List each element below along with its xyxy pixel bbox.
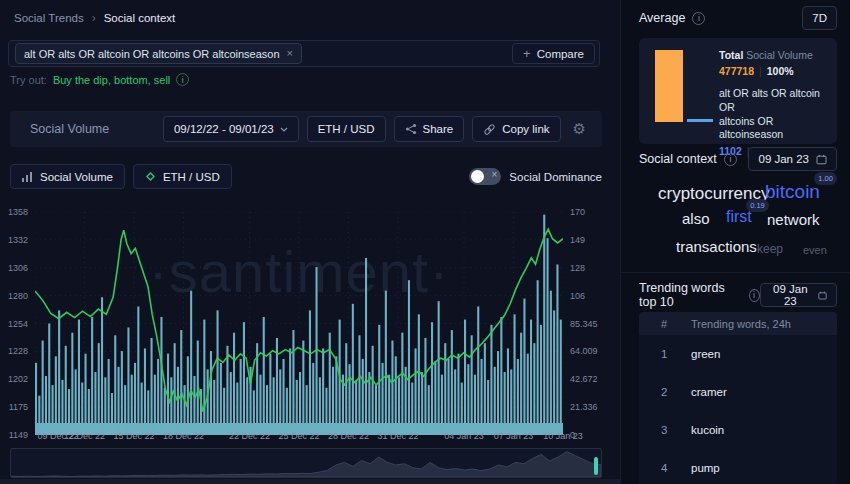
- cloud-word-also[interactable]: also: [682, 210, 710, 227]
- date-range-button[interactable]: 09/12/22 - 09/01/23: [163, 116, 299, 142]
- social-dominance-toggle-group: × Social Dominance: [469, 168, 602, 185]
- tab-eth-usd-label: ETH / USD: [163, 171, 220, 183]
- word-score-badge: 1.00: [814, 172, 837, 185]
- trending-word-row[interactable]: 4pump: [639, 449, 837, 484]
- left-axis-tick: 1202: [0, 374, 28, 384]
- right-axis-tick: 149: [570, 235, 614, 245]
- asset-button[interactable]: ETH / USD: [307, 116, 386, 142]
- x-axis-label: 31 Dec 22: [377, 431, 418, 441]
- right-axis-tick: 85.345: [570, 319, 614, 329]
- query-chip-text: alt OR alts OR altcoin OR altcoins OR al…: [24, 48, 280, 60]
- tab-social-volume[interactable]: Social Volume: [10, 164, 125, 189]
- copy-link-label: Copy link: [502, 123, 549, 135]
- eth-asset-icon: [145, 171, 156, 182]
- trending-date-value: 09 Jan 23: [770, 283, 811, 307]
- breadcrumb-social-trends[interactable]: Social Trends: [14, 12, 84, 24]
- trending-word-row[interactable]: 2cramer: [639, 373, 837, 411]
- trending-table-header: # Trending words, 24h: [639, 312, 837, 335]
- tab-eth-usd[interactable]: ETH / USD: [133, 164, 232, 189]
- chart-area: ·santiment· 1358133213061280125412281202…: [0, 200, 610, 448]
- copy-link-button[interactable]: Copy link: [472, 116, 560, 142]
- trending-rank: 4: [639, 462, 673, 474]
- left-axis-tick: 1280: [0, 291, 28, 301]
- navigator-handle[interactable]: [594, 457, 598, 475]
- search-input[interactable]: alt OR alts OR altcoin OR altcoins OR al…: [8, 40, 600, 67]
- widget-title: Social Volume: [30, 122, 109, 136]
- period-7d-button[interactable]: 7D: [802, 6, 837, 30]
- try-out-link[interactable]: Buy the dip, bottom, sell: [53, 74, 170, 86]
- average-card: Total Social Volume 477718|100% alt OR a…: [639, 38, 837, 144]
- social-dominance-toggle[interactable]: ×: [469, 168, 501, 185]
- widget-header: Social Volume 09/12/22 - 09/01/23 ETH / …: [10, 111, 602, 147]
- cloud-word-keep[interactable]: keep: [757, 242, 783, 256]
- main-column: Social Trends › Social context alt OR al…: [0, 0, 620, 484]
- right-panel: Average i 7D Total Social Volume 477718|…: [620, 0, 850, 484]
- left-axis-tick: 1254: [0, 319, 28, 329]
- words-column-header: Trending words, 24h: [673, 318, 837, 330]
- average-title: Average: [639, 11, 685, 25]
- main-chart[interactable]: [35, 212, 563, 435]
- total-volume-bar: [655, 50, 683, 122]
- social-context-header: Social context i 09 Jan 23: [621, 146, 850, 172]
- asset-label: ETH / USD: [318, 123, 375, 135]
- trending-info-icon[interactable]: i: [749, 289, 760, 302]
- trending-rank: 3: [639, 424, 673, 436]
- compare-label: Compare: [537, 48, 584, 60]
- chevron-down-icon: [280, 127, 288, 132]
- gear-icon[interactable]: ⚙: [569, 120, 590, 138]
- cloud-word-network[interactable]: network: [767, 211, 820, 228]
- chart-navigator[interactable]: [10, 448, 602, 478]
- left-axis-tick: 1149: [0, 430, 28, 440]
- trending-word: pump: [673, 462, 837, 474]
- left-axis-tick: 1358: [0, 207, 28, 217]
- average-header: Average i 7D: [621, 5, 850, 31]
- query-text-line2: altcoins OR altcoinseason: [719, 115, 827, 142]
- info-icon[interactable]: i: [176, 73, 189, 86]
- word-score-badge: 0.19: [746, 199, 769, 212]
- compare-button[interactable]: + Compare: [512, 43, 595, 64]
- trending-word-row[interactable]: 1green: [639, 335, 837, 373]
- right-axis-tick: 21.336: [570, 402, 614, 412]
- breadcrumb-social-context: Social context: [104, 12, 176, 24]
- average-info-icon[interactable]: i: [692, 12, 705, 25]
- context-date-button[interactable]: 09 Jan 23: [748, 147, 837, 171]
- breadcrumb: Social Trends › Social context: [14, 11, 175, 25]
- value-separator: |: [754, 65, 767, 77]
- metric-tabs: Social Volume ETH / USD × Social Dominan…: [10, 164, 602, 189]
- breadcrumb-chevron-icon: ›: [92, 11, 96, 25]
- cloud-word-transactions[interactable]: transactions: [676, 238, 757, 255]
- cloud-word-even[interactable]: even: [803, 244, 827, 256]
- trending-rank: 1: [639, 348, 673, 360]
- trending-date-button[interactable]: 09 Jan 23: [760, 283, 837, 307]
- cloud-word-bitcoin[interactable]: bitcoin1.00: [765, 181, 820, 203]
- right-axis-tick: 42.672: [570, 374, 614, 384]
- date-range-value: 09/12/22 - 09/01/23: [174, 123, 274, 135]
- left-axis-tick: 1306: [0, 263, 28, 273]
- word-cloud: cryptocurrencybitcoin1.00alsofirst0.19ne…: [621, 172, 850, 268]
- total-metric-label: Social Volume: [746, 49, 813, 61]
- x-axis-label: 18 Dec 22: [163, 431, 204, 441]
- try-out-row: Try out: Buy the dip, bottom, sell i: [10, 73, 189, 86]
- bar-chart-icon: [22, 172, 33, 182]
- left-axis-tick: 1228: [0, 346, 28, 356]
- query-chip[interactable]: alt OR alts OR altcoin OR altcoins OR al…: [15, 43, 302, 64]
- share-label: Share: [423, 123, 454, 135]
- navigator-silhouette: [11, 452, 601, 477]
- x-axis-label: 12 Dec 22: [64, 431, 105, 441]
- calendar-icon: [818, 290, 827, 301]
- scroll-strip: [0, 479, 620, 484]
- remove-query-icon[interactable]: ×: [287, 48, 293, 59]
- trending-word-row[interactable]: 3kucoin: [639, 411, 837, 449]
- total-label: Total: [719, 49, 743, 61]
- trending-title: Trending words top 10: [639, 281, 742, 309]
- x-axis-label: 22 Dec 22: [229, 431, 270, 441]
- plus-icon: +: [523, 46, 531, 61]
- social-context-info-icon[interactable]: i: [724, 153, 737, 166]
- try-out-label: Try out:: [10, 74, 47, 86]
- share-button[interactable]: Share: [394, 116, 465, 142]
- navigator-area: [11, 449, 601, 477]
- cloud-word-first[interactable]: first0.19: [726, 208, 752, 226]
- context-date-value: 09 Jan 23: [758, 153, 809, 165]
- x-axis-label: 07 Jan 23: [494, 431, 534, 441]
- right-axis-tick: 128: [570, 263, 614, 273]
